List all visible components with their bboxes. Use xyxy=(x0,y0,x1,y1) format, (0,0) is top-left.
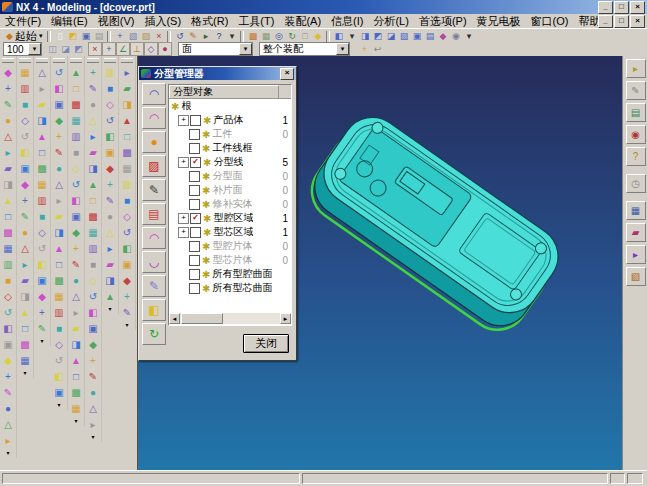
tool-icon[interactable]: ▩ xyxy=(120,145,135,160)
menu-item[interactable]: 帮助(H) xyxy=(573,14,598,28)
tool-icon[interactable]: ● xyxy=(86,385,101,400)
view-isometric-icon[interactable]: ◨ xyxy=(358,30,371,43)
context-help-icon[interactable]: ? xyxy=(626,147,646,166)
pan-icon[interactable]: □ xyxy=(298,30,311,43)
tool-icon[interactable]: ↺ xyxy=(35,241,50,256)
snap-grid-icon[interactable]: ◪ xyxy=(59,43,72,56)
snap-layer-icon[interactable]: ◫ xyxy=(46,43,59,56)
snap-angle-icon[interactable]: ∠ xyxy=(116,42,130,56)
sheet-tool-icon[interactable]: ▤ xyxy=(626,103,646,122)
tool-icon[interactable]: ◆ xyxy=(120,273,135,288)
checkbox[interactable] xyxy=(190,115,201,126)
tool-icon[interactable]: ◨ xyxy=(103,273,118,288)
tool-icon[interactable]: ↺ xyxy=(18,129,33,144)
tool-icon[interactable]: ● xyxy=(103,209,118,224)
tool-icon[interactable]: ▲ xyxy=(86,177,101,192)
toolbar-grab-handle[interactable] xyxy=(87,58,99,63)
tool-icon[interactable]: ▥ xyxy=(1,257,16,272)
edit-parting-segment-icon[interactable]: ✎ xyxy=(142,179,166,201)
patch-solid-icon[interactable]: ▤ xyxy=(142,203,166,225)
tool-icon[interactable]: ▩ xyxy=(86,209,101,224)
tree-row[interactable]: ✱补片面0 xyxy=(169,183,291,197)
tool-icon[interactable]: ▩ xyxy=(69,385,84,400)
tool-icon[interactable]: ◆ xyxy=(1,353,16,368)
tool-icon[interactable]: ✎ xyxy=(86,81,101,96)
chevron-down-icon[interactable]: ▾ xyxy=(23,370,26,376)
tool-icon[interactable]: ▦ xyxy=(35,177,50,192)
add-selection-icon[interactable]: + xyxy=(358,43,371,56)
tree-row[interactable]: ✱工件线框 xyxy=(169,141,291,155)
close-dialog-button[interactable]: 关闭 xyxy=(243,334,289,353)
toolbar-grab-handle[interactable] xyxy=(121,58,133,63)
tool-icon[interactable]: + xyxy=(120,289,135,304)
color-bar-icon[interactable]: ▰ xyxy=(626,223,646,242)
tool-icon[interactable]: + xyxy=(52,129,67,144)
tool-icon[interactable]: ▰ xyxy=(120,81,135,96)
tool-icon[interactable]: ▲ xyxy=(52,241,67,256)
open-icon[interactable]: ◩ xyxy=(66,30,79,43)
checkbox[interactable] xyxy=(189,171,200,182)
tree-row[interactable]: ✱修补实体0 xyxy=(169,197,291,211)
cavity-icon[interactable]: ◠ xyxy=(142,227,166,249)
tool-icon[interactable]: ▰ xyxy=(52,209,67,224)
parting-surface-icon[interactable]: ● xyxy=(142,131,166,153)
tool-icon[interactable]: △ xyxy=(18,241,33,256)
tool-icon[interactable]: ◇ xyxy=(35,225,50,240)
tool-icon[interactable]: ■ xyxy=(52,321,67,336)
help-icon[interactable]: ? xyxy=(212,30,225,43)
tool-icon[interactable]: ◨ xyxy=(86,161,101,176)
menu-item[interactable]: 工具(T) xyxy=(233,14,279,28)
tool-icon[interactable]: ↺ xyxy=(1,305,16,320)
tree-row[interactable]: +✓✱分型线5 xyxy=(169,155,291,169)
tool-icon[interactable]: △ xyxy=(35,65,50,80)
tool-icon[interactable]: + xyxy=(35,305,50,320)
tool-icon[interactable]: ✎ xyxy=(120,305,135,320)
tool-icon[interactable]: ▦ xyxy=(18,353,33,368)
tool-icon[interactable]: ◇ xyxy=(86,273,101,288)
tool-icon[interactable]: □ xyxy=(35,145,50,160)
tool-icon[interactable]: ▣ xyxy=(86,321,101,336)
expand-icon[interactable]: + xyxy=(178,227,189,238)
tool-icon[interactable]: + xyxy=(1,369,16,384)
refresh-screen-icon[interactable]: ▩ xyxy=(246,30,259,43)
chevron-down-icon[interactable]: ▾ xyxy=(125,322,128,328)
tool-icon[interactable]: ● xyxy=(86,97,101,112)
tool-icon[interactable]: ▩ xyxy=(35,161,50,176)
tree-row[interactable]: +✱产品体1 xyxy=(169,113,291,127)
checkbox[interactable] xyxy=(189,143,200,154)
tool-icon[interactable]: ▸ xyxy=(35,81,50,96)
tree-row[interactable]: ✱所有型腔曲面 xyxy=(169,267,291,281)
design-parting-line-icon[interactable]: ◠ xyxy=(142,83,166,105)
tool-icon[interactable]: ✎ xyxy=(103,193,118,208)
tool-icon[interactable]: ◆ xyxy=(52,113,67,128)
dialog-close-icon[interactable]: × xyxy=(280,68,294,80)
tool-icon[interactable]: ◧ xyxy=(35,257,50,272)
start-button[interactable]: ◆起始▾ xyxy=(3,30,45,43)
brush-tool-icon[interactable]: ◉ xyxy=(626,125,646,144)
tool-icon[interactable]: ▰ xyxy=(69,321,84,336)
tool-icon[interactable]: ✎ xyxy=(86,369,101,384)
tool-icon[interactable]: ▰ xyxy=(18,273,33,288)
transform-icon[interactable]: + xyxy=(113,30,126,43)
tool-icon[interactable]: ▦ xyxy=(18,65,33,80)
tree-row[interactable]: ✱所有型芯曲面 xyxy=(169,281,291,295)
tool-icon[interactable]: ▣ xyxy=(69,209,84,224)
tool-icon[interactable]: ● xyxy=(18,225,33,240)
menu-item[interactable]: 文件(F) xyxy=(0,14,46,28)
doc-minimize-button[interactable]: _ xyxy=(598,15,613,28)
paste-icon[interactable]: ▨ xyxy=(139,30,152,43)
tool-icon[interactable]: ✎ xyxy=(1,97,16,112)
chevron-down-icon[interactable]: ▾ xyxy=(239,43,252,55)
tool-icon[interactable]: ▥ xyxy=(120,177,135,192)
tool-icon[interactable]: ▲ xyxy=(18,305,33,320)
tool-icon[interactable]: □ xyxy=(86,193,101,208)
tool-icon[interactable]: ▣ xyxy=(1,337,16,352)
annotate-icon[interactable]: ✎ xyxy=(626,81,646,100)
checkbox[interactable] xyxy=(189,199,200,210)
tool-icon[interactable]: ▦ xyxy=(1,241,16,256)
tool-icon[interactable]: ▰ xyxy=(103,257,118,272)
tool-icon[interactable]: ▲ xyxy=(103,289,118,304)
tool-icon[interactable]: ▰ xyxy=(86,145,101,160)
doc-close-button[interactable]: × xyxy=(630,15,645,28)
update-icon[interactable]: ↻ xyxy=(142,323,166,345)
